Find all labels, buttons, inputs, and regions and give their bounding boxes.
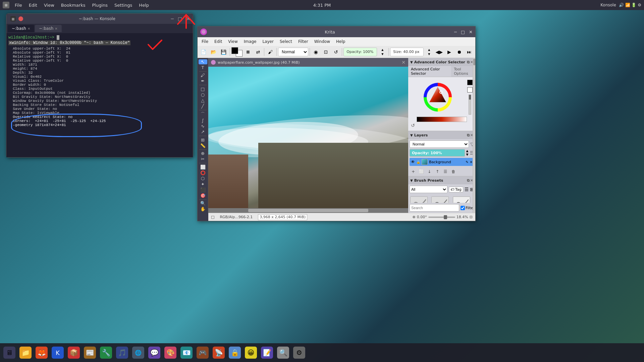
layer-down-btn[interactable]: ↓ — [426, 168, 433, 175]
size-up[interactable]: ▲ — [424, 48, 434, 52]
dimensions-display[interactable]: 3,968 x 2,645 (40.7 MiB) — [258, 214, 307, 220]
layer-up-btn[interactable]: ↑ — [434, 168, 441, 175]
layer-add-btn[interactable]: + — [410, 168, 417, 175]
brush-presets-collapse[interactable]: ▼ — [410, 179, 413, 182]
brush-presets-popout[interactable]: ⧉ — [467, 178, 470, 183]
filter-in-tag-checkbox[interactable] — [461, 206, 465, 210]
taskbar-firefox[interactable]: 🦊 — [34, 345, 49, 360]
tool-brush-preset[interactable]: 🖌 — [266, 47, 275, 57]
window-maximize-icon[interactable]: □ — [178, 16, 182, 21]
window-close-icon[interactable]: ✕ — [186, 16, 190, 21]
taskbar-kde[interactable]: K — [50, 345, 65, 360]
krita-menu-help[interactable]: Help — [333, 39, 348, 45]
zoom-fit-btn[interactable]: ⊡ — [470, 215, 473, 219]
color-gradient-bar[interactable] — [417, 117, 467, 122]
window-minimize-icon[interactable]: ─ — [171, 16, 174, 21]
taskbar-app4[interactable]: 🎵 — [115, 345, 129, 360]
tool-transform[interactable]: ⊕ — [199, 151, 207, 156]
taskbar-files[interactable]: 📁 — [18, 345, 33, 360]
color-selector-popout[interactable]: ⧉ — [467, 60, 470, 64]
blend-mode-select[interactable]: Normal — [278, 48, 308, 56]
tool-checkerboard[interactable]: ▦ — [243, 47, 253, 57]
krita-menu-edit[interactable]: Edit — [212, 39, 225, 45]
tool-polygon[interactable]: △ — [199, 98, 207, 103]
brush-tag-btn[interactable]: 🏷 Tag — [449, 187, 463, 192]
layer-delete-icon[interactable]: ✕ — [470, 160, 473, 164]
tab-close-1[interactable]: ✕ — [28, 27, 30, 31]
brush-item-3[interactable] — [453, 196, 470, 203]
tool-paint[interactable]: 🖊 — [199, 73, 207, 78]
krita-canvas-container[interactable] — [208, 67, 408, 213]
size-icon[interactable]: ◀▶ — [434, 47, 444, 57]
taskbar-terminal[interactable]: 🖥 — [2, 345, 17, 360]
size-value[interactable]: Size: 40.00 px — [390, 48, 424, 56]
krita-menu-file[interactable]: File — [199, 39, 211, 45]
krita-close[interactable]: ✕ — [469, 29, 473, 35]
menu-file[interactable]: File — [12, 2, 25, 8]
canvas-toggle[interactable]: □ — [211, 215, 214, 219]
taskbar-app3[interactable]: 🔧 — [99, 345, 113, 360]
krita-menu-layer[interactable]: Layer — [260, 39, 276, 45]
color-wheel-svg[interactable] — [423, 82, 453, 112]
tool-polyline[interactable]: ╱ — [199, 104, 207, 109]
tool-pan[interactable]: ✋ — [199, 206, 207, 212]
brush-presets-header[interactable]: ▼ Brush Presets ⧉ ✕ — [408, 176, 475, 184]
menu-edit[interactable]: Edit — [26, 2, 40, 8]
tool-erase[interactable]: ◉ — [311, 47, 321, 57]
taskbar-app14[interactable]: 🔍 — [276, 345, 290, 360]
tool-sel-color[interactable]: 🎯 — [199, 193, 207, 198]
krita-menu-window[interactable]: Window — [312, 39, 333, 45]
opacity-down[interactable]: ▼ — [378, 52, 387, 56]
tool-rect[interactable]: □ — [199, 86, 207, 92]
opacity-value[interactable]: Opacity: 100% — [343, 48, 377, 56]
krita-menu-select[interactable]: Select — [277, 39, 295, 45]
menu-plugins[interactable]: Plugins — [89, 2, 110, 8]
tool-calligraphy[interactable]: ✒ — [199, 78, 207, 83]
zoom-slider[interactable] — [428, 217, 455, 218]
tool-select[interactable]: ↖ — [199, 59, 207, 64]
krita-menu-filter[interactable]: Filter — [296, 39, 311, 45]
tool-sel-free[interactable]: ✦ — [199, 182, 207, 187]
tool-crop[interactable]: ✂ — [199, 157, 207, 162]
taskbar-app11[interactable]: 🔒 — [227, 345, 242, 360]
taskbar-settings[interactable]: ⚙ — [292, 345, 307, 360]
layer-blend-mode[interactable]: Normal — [410, 140, 469, 148]
layer-list-btn[interactable]: ☰ — [442, 168, 449, 175]
bg-color-box[interactable] — [467, 87, 473, 93]
tool-end[interactable]: ⏭ — [465, 47, 474, 57]
layer-trash-btn[interactable]: 🗑 — [450, 168, 457, 175]
taskbar-app5[interactable]: 🌐 — [131, 345, 146, 360]
color-selector-collapse[interactable]: ▼ — [410, 60, 413, 64]
menu-settings[interactable]: Settings — [112, 2, 135, 8]
krita-menu-image[interactable]: Image — [241, 39, 259, 45]
image-close-btn[interactable]: ✕ — [401, 60, 406, 65]
tool-save[interactable]: 💾 — [219, 47, 228, 57]
layer-opacity-up[interactable]: ▲ — [466, 149, 469, 153]
taskbar-app7[interactable]: 🎨 — [163, 345, 178, 360]
layer-opacity-down[interactable]: ▼ — [466, 153, 469, 157]
taskbar-app13[interactable]: 📝 — [260, 345, 274, 360]
size-down[interactable]: ▼ — [424, 52, 434, 56]
brush-filter-select[interactable]: All — [410, 186, 447, 193]
brush-list-view[interactable]: ☰ — [465, 187, 469, 192]
tool-measure[interactable]: 📏 — [199, 143, 207, 148]
taskbar-app10[interactable]: 📡 — [211, 345, 226, 360]
brush-panel-scrollbar[interactable] — [473, 194, 475, 203]
layer-group-btn[interactable]: ⬜ — [418, 168, 425, 175]
window-close-btn[interactable] — [18, 16, 23, 21]
tab-tool-options[interactable]: Tool Options — [451, 66, 475, 77]
krita-minimize[interactable]: ─ — [454, 29, 457, 35]
fg-color-box[interactable] — [467, 80, 473, 85]
color-foreground-swatch[interactable] — [231, 47, 238, 54]
tool-contiguous[interactable]: ⊞ — [199, 137, 207, 142]
kde-logo[interactable]: ⊞ — [3, 2, 9, 8]
taskbar-app8[interactable]: 📧 — [179, 345, 194, 360]
tool-zoom[interactable]: 🔍 — [199, 201, 207, 206]
layers-header[interactable]: ▼ Layers ⧉ ✕ — [408, 131, 475, 139]
taskbar-app1[interactable]: 📦 — [66, 345, 81, 360]
krita-menu-view[interactable]: View — [225, 39, 240, 45]
tool-sel-poly[interactable]: ⬡ — [199, 176, 207, 181]
canvas-hscrollbar[interactable] — [208, 208, 408, 213]
tool-sel-ellipse[interactable]: ⭕ — [199, 170, 207, 175]
tab-close-2[interactable]: ✕ — [55, 27, 57, 31]
